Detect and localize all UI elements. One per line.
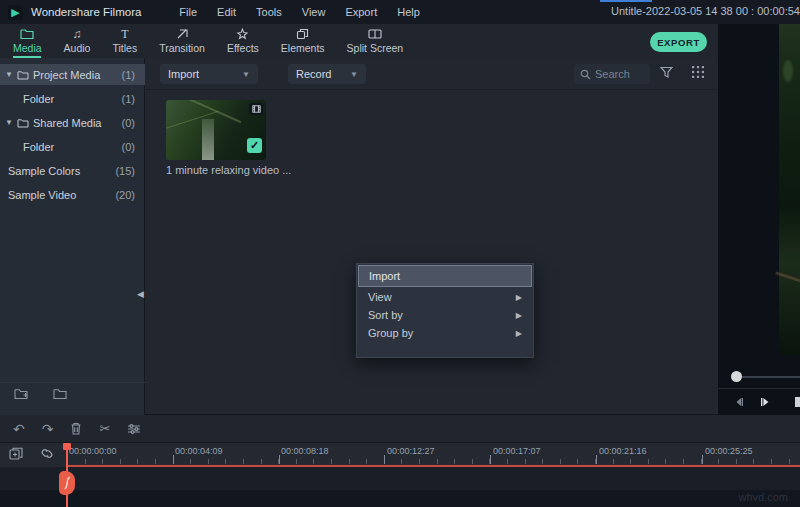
- timeline-red-line: [66, 465, 800, 467]
- toolbar-tabs: Media ♫ Audio T Titles Transition Effect…: [0, 24, 718, 58]
- menu-export[interactable]: Export: [345, 6, 377, 18]
- tab-audio-label: Audio: [64, 42, 91, 54]
- selected-check-icon[interactable]: ✓: [247, 138, 262, 153]
- context-menu-view[interactable]: View ▶: [357, 288, 533, 306]
- manage-tracks-icon[interactable]: [9, 447, 23, 460]
- sidebar-item-label: Folder: [23, 141, 54, 153]
- split-scissors-icon[interactable]: ✂: [99, 422, 110, 435]
- sidebar-item-sample-colors[interactable]: Sample Colors (15): [0, 160, 145, 181]
- submenu-arrow-icon: ▶: [516, 329, 522, 338]
- sidebar-item-sample-video[interactable]: Sample Video (20): [0, 184, 145, 205]
- sidebar-item-label: Sample Video: [8, 189, 76, 201]
- preview-video-frame: [779, 24, 800, 355]
- ruler-major-ticks: [67, 455, 800, 464]
- tab-elements[interactable]: Elements: [270, 24, 336, 58]
- filmora-logo-icon: ▶: [8, 5, 23, 20]
- stop-icon[interactable]: [795, 397, 800, 407]
- playhead-top-marker[interactable]: [63, 443, 71, 450]
- caret-down-icon[interactable]: ▼: [5, 118, 13, 127]
- media-sidebar: ▼ Project Media (1) Folder (1) ▼ Shared …: [0, 58, 145, 415]
- tab-split-screen-label: Split Screen: [347, 42, 404, 54]
- context-menu-import[interactable]: Import: [358, 265, 532, 287]
- ruler-label: 00:00:21:16: [599, 446, 647, 456]
- menu-edit[interactable]: Edit: [217, 6, 236, 18]
- timeline-track-tools: [9, 447, 54, 460]
- media-panel: ▼ Project Media (1) Folder (1) ▼ Shared …: [0, 58, 718, 415]
- sidebar-item-count: (20): [115, 189, 135, 201]
- link-icon[interactable]: [40, 447, 54, 460]
- sidebar-item-label: Sample Colors: [8, 165, 80, 177]
- redo-icon[interactable]: ↷: [42, 422, 54, 436]
- timeline-header: 00:00:00:00 00:00:04:09 00:00:08:18 00:0…: [0, 443, 800, 467]
- context-menu-sort-by[interactable]: Sort by ▶: [357, 306, 533, 324]
- watermark: whvd.com: [738, 491, 788, 503]
- menu-tools[interactable]: Tools: [256, 6, 282, 18]
- ruler-label: 00:00:17:07: [493, 446, 541, 456]
- context-menu-group-by[interactable]: Group by ▶: [357, 324, 533, 342]
- sidebar-item-count: (1): [122, 93, 135, 105]
- submenu-arrow-icon: ▶: [516, 311, 522, 320]
- thumbnail-art: [202, 119, 214, 160]
- preview-seek-handle[interactable]: [731, 371, 742, 382]
- ruler-label: 00:00:04:09: [175, 446, 223, 456]
- sidebar-item-label: Folder: [23, 93, 54, 105]
- new-folder-icon[interactable]: [14, 388, 29, 400]
- sidebar-item-shared-media[interactable]: ▼ Shared Media (0): [0, 112, 145, 133]
- delete-icon[interactable]: [70, 422, 82, 435]
- tab-effects[interactable]: Effects: [216, 24, 270, 58]
- preview-seek-bar[interactable]: [738, 376, 800, 378]
- titles-T-icon: T: [121, 28, 128, 40]
- tab-media-label: Media: [13, 42, 42, 54]
- sidebar-item-project-media[interactable]: ▼ Project Media (1): [0, 64, 145, 85]
- preview-controls: [718, 389, 800, 415]
- tab-elements-label: Elements: [281, 42, 325, 54]
- menu-bar: File Edit Tools View Export Help: [179, 6, 419, 18]
- sidebar-collapse-icon[interactable]: ◀: [137, 289, 144, 299]
- sidebar-item-count: (0): [122, 141, 135, 153]
- timeline-ruler[interactable]: 00:00:00:00 00:00:04:09 00:00:08:18 00:0…: [62, 443, 800, 465]
- tab-split-screen[interactable]: Split Screen: [336, 24, 415, 58]
- menu-view[interactable]: View: [302, 6, 326, 18]
- timeline-lower-strip: [0, 490, 800, 507]
- tab-effects-label: Effects: [227, 42, 259, 54]
- elements-shapes-icon: [296, 28, 309, 40]
- sidebar-item-folder-2[interactable]: Folder (0): [0, 136, 145, 157]
- tab-media[interactable]: Media: [2, 24, 53, 58]
- context-menu: Import View ▶ Sort by ▶ Group by ▶: [356, 263, 534, 358]
- sidebar-item-count: (0): [122, 117, 135, 129]
- sidebar-item-label: Shared Media: [33, 117, 102, 129]
- video-clip-icon: [249, 103, 263, 115]
- undo-icon[interactable]: ↶: [13, 422, 25, 436]
- ruler-label: 00:00:12:27: [387, 446, 435, 456]
- playhead-handle[interactable]: [59, 471, 75, 495]
- timeline-toolbar: ↶ ↷ ✂: [0, 415, 800, 443]
- menu-file[interactable]: File: [179, 6, 197, 18]
- tab-audio[interactable]: ♫ Audio: [53, 24, 102, 58]
- delete-folder-icon[interactable]: [53, 388, 68, 400]
- preview-art: [783, 60, 793, 82]
- tab-titles[interactable]: T Titles: [101, 24, 148, 58]
- context-menu-view-label: View: [368, 291, 392, 303]
- caret-down-icon[interactable]: ▼: [5, 70, 13, 79]
- tab-titles-label: Titles: [112, 42, 137, 54]
- media-grid: ✓ 1 minute relaxing video ...: [146, 58, 717, 415]
- menu-help[interactable]: Help: [397, 6, 420, 18]
- play-icon[interactable]: [760, 397, 770, 407]
- ruler-label: 00:00:25:25: [705, 446, 753, 456]
- folder-icon: [17, 70, 29, 80]
- sidebar-folder-actions: [14, 388, 68, 400]
- sidebar-divider: [0, 382, 145, 383]
- media-thumbnail[interactable]: ✓: [166, 100, 266, 160]
- export-button[interactable]: EXPORT: [650, 32, 707, 52]
- logo-play-glyph: ▶: [11, 7, 19, 18]
- media-item-caption: 1 minute relaxing video ...: [166, 164, 284, 176]
- sidebar-item-folder-1[interactable]: Folder (1): [0, 88, 145, 109]
- app-name: Wondershare Filmora: [31, 6, 141, 18]
- transition-icon: [176, 28, 189, 40]
- previous-frame-icon[interactable]: [734, 397, 744, 407]
- tab-transition[interactable]: Transition: [148, 24, 216, 58]
- media-folder-icon: [20, 28, 34, 40]
- adjust-settings-icon[interactable]: [127, 423, 141, 435]
- ruler-label: 00:00:00:00: [69, 446, 117, 456]
- preview-art: [775, 271, 800, 283]
